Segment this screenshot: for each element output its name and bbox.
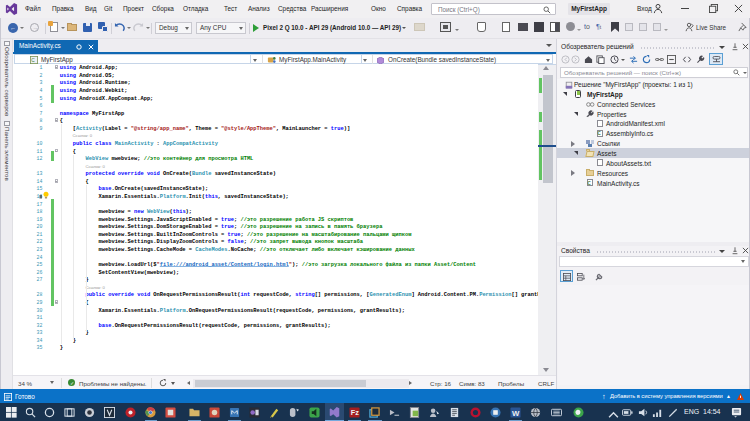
svg-text:Fz: Fz bbox=[351, 408, 359, 417]
svg-text:W: W bbox=[512, 408, 520, 417]
svg-text:C: C bbox=[31, 58, 35, 63]
